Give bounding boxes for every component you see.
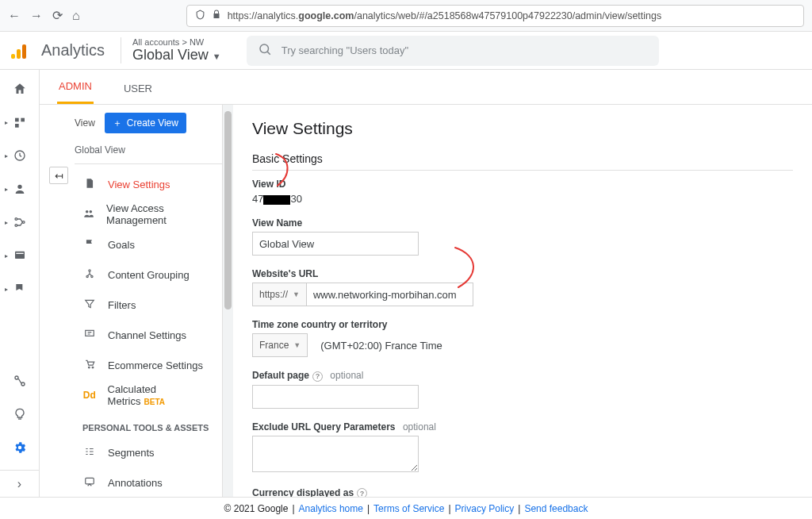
svg-point-18 (86, 275, 88, 277)
search-icon (258, 42, 272, 59)
rail-home-icon[interactable] (0, 78, 39, 100)
svg-point-22 (92, 367, 94, 368)
nav-view-access[interactable]: View Access Management (75, 199, 222, 229)
svg-point-15 (86, 210, 89, 213)
settings-panel-wrap: View Settings Basic Settings View ID 473… (222, 105, 812, 497)
left-rail: ▸ ▸ ▸ ▸ ▸ ▸ › (0, 70, 40, 497)
rail-discover-icon[interactable] (0, 403, 39, 425)
nav-segments[interactable]: Segments (75, 437, 222, 467)
label-currency: Currency displayed as? (252, 487, 793, 498)
tab-user[interactable]: USER (122, 83, 154, 104)
rail-attribution-icon[interactable] (0, 370, 39, 392)
nav-back-icon[interactable]: ← (8, 9, 21, 23)
rail-admin-icon[interactable] (0, 436, 39, 459)
help-icon[interactable]: ? (312, 371, 323, 382)
dd-icon: Dd (82, 390, 97, 401)
rail-expand-icon[interactable]: › (0, 470, 39, 497)
label-timezone: Time zone country or territory (252, 319, 793, 330)
svg-rect-2 (15, 118, 19, 122)
view-nav-column: ↤ View ＋ Create View Global View View Se… (40, 105, 222, 497)
shield-icon (195, 10, 205, 22)
value-timezone: (GMT+02:00) France Time (320, 340, 442, 352)
content-grouping-icon (82, 268, 97, 282)
breadcrumb: All accounts > NW (132, 37, 221, 47)
svg-point-7 (15, 218, 17, 221)
plus-icon: ＋ (113, 117, 122, 130)
nav-calculated-metrics[interactable]: Dd Calculated MetricsBETA (75, 380, 222, 410)
rail-audience-icon[interactable]: ▸ (0, 178, 39, 200)
channel-icon (82, 329, 97, 342)
settings-panel: View Settings Basic Settings View ID 473… (233, 105, 812, 497)
page-icon (82, 178, 97, 191)
current-view-label[interactable]: Global View (75, 140, 222, 164)
input-website-url[interactable] (307, 283, 473, 306)
rail-acquisition-icon[interactable]: ▸ (0, 211, 39, 233)
rail-realtime-icon[interactable]: ▸ (0, 144, 39, 167)
funnel-icon (82, 298, 97, 312)
nav-reload-icon[interactable]: ⟳ (52, 8, 63, 23)
search-input[interactable]: Try searching "Users today" (247, 36, 659, 66)
textarea-exclude-params[interactable] (252, 436, 419, 472)
vertical-scrollbar[interactable] (222, 105, 233, 497)
svg-point-8 (15, 225, 17, 227)
page-title: View Settings (252, 119, 793, 138)
caret-down-icon: ▼ (293, 290, 300, 298)
rail-behavior-icon[interactable]: ▸ (0, 244, 39, 267)
rail-conversions-icon[interactable]: ▸ (0, 278, 39, 300)
caret-down-icon: ▼ (293, 341, 301, 349)
input-default-page[interactable] (252, 385, 419, 409)
svg-rect-23 (86, 478, 94, 484)
collapse-column-button[interactable]: ↤ (49, 167, 68, 184)
caret-down-icon: ▼ (213, 52, 221, 61)
view-column-label: View (75, 117, 95, 129)
people-icon (82, 208, 95, 221)
footer-link-feedback[interactable]: Send feedback (524, 503, 588, 514)
select-timezone-country[interactable]: France▼ (252, 333, 308, 357)
segments-icon (82, 446, 97, 459)
label-website-url: Website's URL (252, 268, 793, 279)
browser-chrome: ← → ⟳ ⌂ https://analytics.google.com/ana… (0, 0, 812, 32)
label-default-page: Default page? optional (252, 370, 793, 382)
redaction-bar (263, 195, 290, 205)
svg-point-16 (90, 210, 93, 213)
svg-point-6 (17, 185, 21, 189)
footer-link-home[interactable]: Analytics home (299, 503, 363, 514)
rail-customization-icon[interactable]: ▸ (0, 111, 39, 133)
brand-title: Analytics (41, 41, 105, 60)
address-bar[interactable]: https://analytics.google.com/analytics/w… (186, 5, 804, 27)
label-view-id: View ID (252, 179, 793, 190)
footer-link-privacy[interactable]: Privacy Policy (455, 503, 515, 514)
cart-icon (82, 359, 97, 372)
nav-annotations[interactable]: Annotations (75, 467, 222, 497)
input-view-name[interactable] (252, 232, 419, 256)
svg-line-1 (267, 52, 270, 54)
nav-view-settings[interactable]: View Settings (75, 169, 222, 199)
search-placeholder: Try searching "Users today" (282, 44, 408, 56)
admin-tabs: ADMIN USER (40, 70, 812, 105)
nav-content-grouping[interactable]: Content Grouping (75, 260, 222, 290)
nav-forward-icon[interactable]: → (30, 9, 43, 23)
nav-goals[interactable]: Goals (75, 229, 222, 260)
analytics-logo-icon (11, 41, 30, 60)
help-icon[interactable]: ? (357, 488, 367, 497)
nav-home-icon[interactable]: ⌂ (72, 9, 80, 23)
svg-point-19 (91, 275, 93, 277)
svg-point-21 (88, 367, 90, 368)
footer-link-tos[interactable]: Terms of Service (373, 503, 444, 514)
footer-copyright: © 2021 Google (224, 503, 289, 514)
select-protocol[interactable]: https://▼ (252, 283, 307, 306)
svg-point-17 (89, 269, 90, 271)
svg-rect-3 (21, 118, 25, 122)
group-basic-settings: Basic Settings (252, 152, 793, 171)
nav-ecommerce[interactable]: Ecommerce Settings (75, 350, 222, 380)
tab-admin[interactable]: ADMIN (57, 80, 94, 104)
nav-channel-settings[interactable]: Channel Settings (75, 320, 222, 350)
create-view-button[interactable]: ＋ Create View (105, 113, 186, 133)
nav-filters[interactable]: Filters (75, 290, 222, 320)
address-url: https://analytics.google.com/analytics/w… (228, 10, 662, 21)
svg-rect-4 (15, 124, 19, 128)
value-view-id: 4730 (252, 193, 793, 205)
lock-icon (212, 10, 221, 21)
account-picker[interactable]: All accounts > NW Global View ▼ (121, 37, 221, 63)
flag-icon (82, 238, 97, 252)
